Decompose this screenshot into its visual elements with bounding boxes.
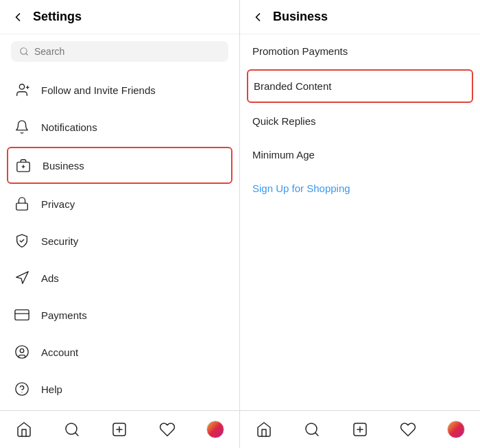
right-nav-add[interactable] xyxy=(346,418,374,441)
left-back-button[interactable] xyxy=(11,10,25,24)
menu-item-privacy[interactable]: Privacy xyxy=(0,185,239,222)
left-title: Settings xyxy=(33,10,82,24)
follow-label: Follow and Invite Friends xyxy=(41,84,156,96)
business-label: Business xyxy=(43,160,84,172)
privacy-label: Privacy xyxy=(41,198,75,210)
menu-item-security[interactable]: Security xyxy=(0,222,239,259)
svg-rect-9 xyxy=(15,310,29,320)
lock-icon xyxy=(12,194,32,213)
svg-line-1 xyxy=(26,54,28,56)
menu-item-notifications[interactable]: Notifications xyxy=(0,108,239,145)
svg-point-2 xyxy=(19,84,24,89)
svg-rect-8 xyxy=(16,203,28,210)
menu-item-follow[interactable]: Follow and Invite Friends xyxy=(0,71,239,108)
left-nav-heart[interactable] xyxy=(154,418,181,441)
right-nav-search[interactable] xyxy=(298,418,326,441)
left-panel: Settings Follow and Invite Friends xyxy=(0,0,240,448)
right-header: Business xyxy=(240,0,480,34)
branded-content-label: Branded Content xyxy=(254,80,331,92)
right-menu-item-quick-replies[interactable]: Quick Replies xyxy=(240,104,480,138)
menu-item-about[interactable]: About xyxy=(0,408,239,410)
svg-point-13 xyxy=(16,383,28,395)
payments-label: Payments xyxy=(41,309,87,321)
svg-line-24 xyxy=(315,433,318,436)
megaphone-icon xyxy=(12,268,32,287)
bell-icon xyxy=(12,117,32,137)
right-nav-home[interactable] xyxy=(250,418,278,441)
right-menu-item-minimum-age[interactable]: Minimum Age xyxy=(240,138,480,172)
right-nav-heart[interactable] xyxy=(394,418,422,441)
menu-item-business[interactable]: Business xyxy=(7,147,232,184)
left-header: Settings xyxy=(0,0,239,34)
ads-label: Ads xyxy=(41,272,59,284)
menu-item-ads[interactable]: Ads xyxy=(0,259,239,296)
account-icon xyxy=(12,342,32,362)
business-menu-list: Promotion Payments Branded Content Quick… xyxy=(240,34,480,410)
menu-item-payments[interactable]: Payments xyxy=(0,296,239,333)
business-icon xyxy=(14,156,33,175)
svg-point-11 xyxy=(16,346,28,358)
card-icon xyxy=(12,305,32,325)
follow-icon xyxy=(12,80,32,99)
right-nav-avatar[interactable] xyxy=(442,418,470,441)
shield-icon xyxy=(12,231,32,250)
left-nav-avatar[interactable] xyxy=(202,418,229,441)
security-label: Security xyxy=(41,235,78,247)
settings-menu-list: Follow and Invite Friends Notifications xyxy=(0,69,239,410)
menu-item-help[interactable]: Help xyxy=(0,370,239,408)
right-menu-item-branded-content[interactable]: Branded Content xyxy=(247,69,473,103)
right-panel: Business Promotion Payments Branded Cont… xyxy=(240,0,480,448)
right-title: Business xyxy=(273,10,328,24)
right-back-button[interactable] xyxy=(251,10,265,24)
search-icon xyxy=(19,47,29,56)
svg-point-12 xyxy=(20,349,24,353)
quick-replies-label: Quick Replies xyxy=(252,115,316,127)
right-bottom-nav xyxy=(240,410,480,448)
notifications-label: Notifications xyxy=(41,121,97,133)
left-nav-home[interactable] xyxy=(10,418,38,441)
search-input[interactable] xyxy=(34,46,220,57)
menu-item-account[interactable]: Account xyxy=(0,333,239,370)
search-bar xyxy=(11,41,228,62)
left-bottom-nav xyxy=(0,410,239,448)
right-menu-item-sign-up-shopping[interactable]: Sign Up for Shopping xyxy=(240,172,480,205)
left-nav-add[interactable] xyxy=(106,418,133,441)
right-menu-item-promotion-payments[interactable]: Promotion Payments xyxy=(240,34,480,68)
sign-up-shopping-label: Sign Up for Shopping xyxy=(252,182,350,194)
left-nav-search[interactable] xyxy=(58,418,86,441)
help-icon xyxy=(12,379,32,399)
promotion-payments-label: Promotion Payments xyxy=(252,45,348,57)
help-label: Help xyxy=(41,384,62,395)
account-label: Account xyxy=(41,346,78,358)
minimum-age-label: Minimum Age xyxy=(252,149,315,161)
svg-line-19 xyxy=(75,433,77,436)
